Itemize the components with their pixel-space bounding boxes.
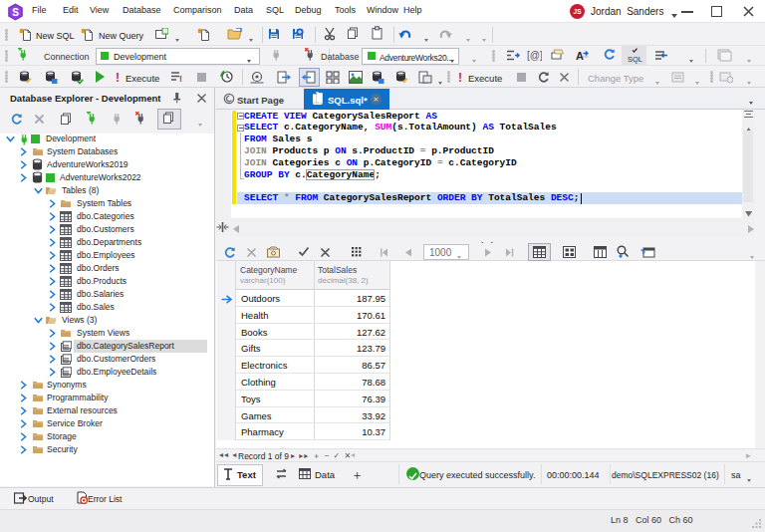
svg-text:!: ! [179,74,182,84]
svg-text:A: A [576,50,584,62]
svg-text:S: S [12,7,19,18]
svg-text:SQL: SQL [628,55,642,64]
svg-text:[@]: [@] [527,50,542,61]
